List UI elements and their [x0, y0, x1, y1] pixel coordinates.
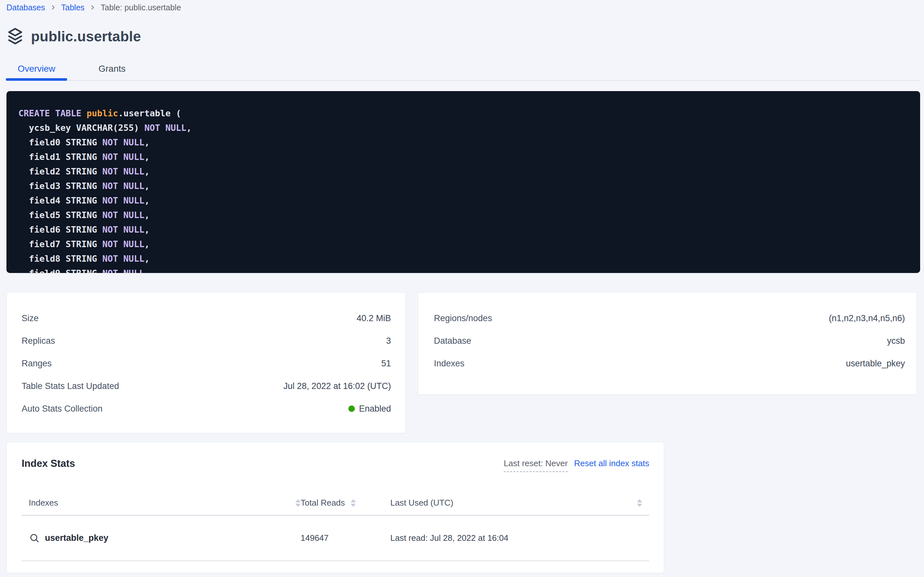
stat-value: (n1,n2,n3,n4,n5,n6) [829, 313, 905, 323]
index-stats-table-header: Indexes Total Reads Last Used (UTC) [22, 491, 649, 516]
tab-overview[interactable]: Overview [6, 60, 67, 78]
index-name-cell[interactable]: usertable_pkey [29, 532, 301, 544]
page: Databases Tables Table: public.usertable… [0, 0, 924, 573]
sql-line: field3 STRING NOT NULL, [18, 179, 910, 193]
summary-cards-row: Size40.2 MiBReplicas3Ranges51Table Stats… [6, 292, 924, 433]
search-icon[interactable] [29, 532, 40, 544]
stat-row: Databaseycsb [434, 330, 905, 352]
stat-label: Auto Stats Collection [22, 404, 103, 414]
tabs-divider [6, 80, 920, 81]
sql-line: field0 STRING NOT NULL, [18, 135, 910, 150]
index-stats-card: Index Stats Last reset: Never Reset all … [6, 442, 664, 573]
sql-line: field2 STRING NOT NULL, [18, 164, 910, 179]
index-stats-table: Indexes Total Reads Last Used (UTC) user… [22, 491, 649, 561]
sort-icon[interactable] [350, 499, 356, 507]
stat-row: Table Stats Last UpdatedJul 28, 2022 at … [22, 375, 391, 397]
sql-line: field1 STRING NOT NULL, [18, 150, 910, 164]
tab-grants[interactable]: Grants [84, 60, 140, 78]
stat-row: Replicas3 [22, 330, 391, 352]
sql-line: field6 STRING NOT NULL, [18, 222, 910, 237]
create-table-sql-block[interactable]: CREATE TABLE public.usertable ( ycsb_key… [6, 91, 920, 273]
stat-value: Jul 28, 2022 at 16:02 (UTC) [283, 381, 391, 391]
table-location-card: Regions/nodes(n1,n2,n3,n4,n5,n6)Database… [418, 292, 917, 395]
stat-value: Enabled [348, 404, 391, 414]
stat-row: Indexesusertable_pkey [434, 352, 905, 375]
index-stats-table-row: usertable_pkey149647Last read: Jul 28, 2… [22, 516, 649, 561]
stat-row: Regions/nodes(n1,n2,n3,n4,n5,n6) [434, 307, 905, 330]
column-header-total-reads[interactable]: Total Reads [301, 498, 390, 508]
index-name[interactable]: usertable_pkey [45, 533, 108, 543]
stat-label: Database [434, 336, 471, 346]
stat-label: Table Stats Last Updated [22, 381, 119, 391]
sort-icon[interactable] [637, 499, 642, 507]
chevron-right-icon [89, 4, 96, 11]
column-header-last-used[interactable]: Last Used (UTC) [390, 498, 642, 508]
stat-row: Size40.2 MiB [22, 307, 391, 330]
stat-row: Ranges51 [22, 352, 391, 375]
sql-line: field8 STRING NOT NULL, [18, 251, 910, 266]
status-dot-enabled [348, 405, 355, 412]
stat-value: 3 [386, 336, 391, 346]
stack-icon [6, 27, 24, 46]
total-reads-cell: 149647 [301, 533, 390, 543]
active-tab-underline [6, 78, 67, 81]
stat-row: Auto Stats CollectionEnabled [22, 397, 391, 420]
page-title-row: public.usertable [6, 26, 924, 47]
last-used-cell: Last read: Jul 28, 2022 at 16:04 [390, 533, 642, 543]
breadcrumb-link-databases[interactable]: Databases [6, 3, 45, 12]
sql-line: field7 STRING NOT NULL, [18, 237, 910, 251]
stat-label: Regions/nodes [434, 313, 492, 323]
stat-value: 51 [381, 359, 391, 369]
last-reset-label: Last reset: Never [504, 458, 567, 472]
stat-value: usertable_pkey [846, 359, 905, 369]
page-title: public.usertable [31, 28, 141, 45]
stat-value: ycsb [887, 336, 905, 346]
sql-line: field5 STRING NOT NULL, [18, 208, 910, 222]
sql-line: CREATE TABLE public.usertable ( [18, 106, 910, 121]
breadcrumb-current: Table: public.usertable [101, 3, 181, 12]
stat-label: Size [22, 313, 39, 323]
breadcrumb-link-tables[interactable]: Tables [61, 3, 85, 12]
stat-label: Ranges [22, 359, 51, 369]
sql-line: ycsb_key VARCHAR(255) NOT NULL, [18, 121, 910, 135]
column-header-indexes[interactable]: Indexes [29, 498, 301, 508]
table-details-card: Size40.2 MiBReplicas3Ranges51Table Stats… [6, 292, 406, 433]
sql-line: field9 STRING NOT NULL, [18, 266, 910, 273]
chevron-right-icon [50, 4, 57, 11]
sql-line: field4 STRING NOT NULL, [18, 193, 910, 208]
tabs: Overview Grants [6, 60, 920, 78]
stat-label: Indexes [434, 359, 464, 369]
stat-label: Replicas [22, 336, 55, 346]
breadcrumb: Databases Tables Table: public.usertable [6, 0, 924, 12]
index-stats-title: Index Stats [22, 458, 75, 469]
index-stats-header: Index Stats Last reset: Never Reset all … [22, 458, 649, 472]
sort-icon[interactable] [296, 499, 301, 507]
reset-index-stats-link[interactable]: Reset all index stats [574, 458, 649, 469]
stat-value: 40.2 MiB [357, 313, 391, 323]
